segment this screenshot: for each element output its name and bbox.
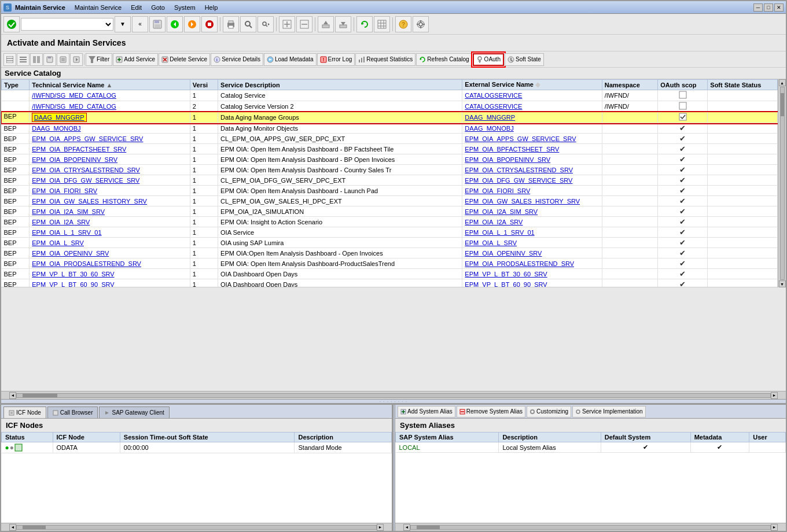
- expand-button[interactable]: [279, 16, 295, 32]
- row-name[interactable]: /IWFND/SG_MED_CATALOG: [30, 90, 190, 101]
- load-metadata-button[interactable]: Load Metadata: [264, 53, 317, 66]
- row-oauth[interactable]: ✔: [658, 269, 708, 279]
- icf-node-tab[interactable]: ICF Node: [3, 407, 46, 418]
- scroll-left-arrow[interactable]: ◄: [9, 392, 16, 399]
- refresh-catalog-button[interactable]: Refresh Catalog: [416, 53, 472, 66]
- table-row[interactable]: BEPEPM_OIA_APPS_GW_SERVICE_SRV1CL_EPM_OI…: [2, 134, 778, 144]
- row-oauth[interactable]: ✔: [658, 123, 708, 134]
- row-external[interactable]: EPM_OIA_FIORI_SRV: [462, 186, 602, 196]
- error-log-button[interactable]: ! Error Log: [317, 53, 355, 66]
- load-layout-button[interactable]: [57, 53, 69, 66]
- row-name[interactable]: EPM_OIA_BPFACTSHEET_SRV: [30, 144, 190, 154]
- sap-gateway-client-tab[interactable]: SAP Gateway Client: [99, 407, 169, 418]
- row-oauth[interactable]: ✔: [658, 134, 708, 144]
- row-name[interactable]: DAAG_MONOBJ: [30, 123, 190, 134]
- find-next-button[interactable]: [258, 16, 274, 32]
- row-external[interactable]: DAAG_MNGGRP: [462, 112, 602, 123]
- save-layout-button[interactable]: [43, 53, 56, 66]
- nav-back[interactable]: [167, 16, 183, 32]
- table-row[interactable]: BEPEPM_OIA_BPOPENINV_SRV1EPM OIA: Open I…: [2, 154, 778, 165]
- delete-service-button[interactable]: Delete Service: [159, 53, 210, 66]
- add-system-alias-button[interactable]: Add System Alias: [398, 406, 455, 418]
- grid-button[interactable]: [374, 16, 390, 32]
- minimize-button[interactable]: ─: [753, 3, 763, 12]
- row-name[interactable]: EPM_OIA_I2A_SIM_SRV: [30, 206, 190, 217]
- rp-scroll-right[interactable]: ►: [771, 524, 778, 531]
- horizontal-splitter[interactable]: · · · · · · · ·: [1, 399, 786, 404]
- row-name[interactable]: EPM_OIA_DFG_GW_SERVICE_SRV: [30, 175, 190, 186]
- row-oauth[interactable]: ✔: [658, 196, 708, 206]
- row-external[interactable]: CATALOGSERVICE: [462, 101, 602, 112]
- row-external[interactable]: CATALOGSERVICE: [462, 90, 602, 101]
- scroll-track[interactable]: [780, 87, 785, 280]
- request-statistics-button[interactable]: Request Statistics: [355, 53, 415, 66]
- row-oauth[interactable]: ✔: [658, 175, 708, 186]
- menu-help[interactable]: Help: [205, 4, 218, 11]
- row-name[interactable]: EPM_VP_L_BT_60_90_SRV: [30, 279, 190, 288]
- alias-row[interactable]: LOCAL Local System Alias ✔ ✔: [396, 442, 786, 453]
- refresh-button[interactable]: [356, 16, 373, 32]
- table-row[interactable]: BEPEPM_VP_L_BT_30_60_SRV1OIA Dashboard O…: [2, 269, 778, 279]
- row-name[interactable]: EPM_VP_L_BT_30_60_SRV: [30, 269, 190, 279]
- soft-state-button[interactable]: Soft State: [505, 53, 544, 66]
- row-oauth[interactable]: ✔: [658, 154, 708, 165]
- row-oauth[interactable]: ✔: [658, 206, 708, 217]
- save-button[interactable]: [149, 16, 166, 32]
- row-name[interactable]: EPM_OIA_BPOPENINV_SRV: [30, 154, 190, 165]
- row-name[interactable]: EPM_OIA_GW_SALES_HISTORY_SRV: [30, 196, 190, 206]
- menu-maintain[interactable]: Maintain Service: [75, 4, 122, 11]
- right-panel-hscroll[interactable]: ◄ ►: [395, 523, 786, 531]
- lp-scroll-left[interactable]: ◄: [9, 524, 16, 531]
- main-table-hscroll[interactable]: ◄ ►: [1, 391, 786, 399]
- close-button[interactable]: ✕: [774, 3, 784, 12]
- row-oauth[interactable]: ✔: [658, 165, 708, 175]
- row-name[interactable]: EPM_OIA_CTRYSALESTREND_SRV: [30, 165, 190, 175]
- filter-button[interactable]: Filter: [86, 53, 112, 66]
- table-row[interactable]: BEPEPM_OIA_I2A_SIM_SRV1EPM_OIA_I2A_SIMUL…: [2, 206, 778, 217]
- list-view-button[interactable]: [17, 53, 30, 66]
- table-row[interactable]: BEPEPM_OIA_PRODSALESTREND_SRV1EPM OIA: O…: [2, 258, 778, 269]
- row-external[interactable]: EPM_VP_L_BT_60_90_SRV: [462, 279, 602, 288]
- table-row[interactable]: BEPEPM_OIA_GW_SALES_HISTORY_SRV1CL_EPM_O…: [2, 196, 778, 206]
- table-row[interactable]: BEPEPM_OIA_I2A_SRV1EPM OIA: Insight to A…: [2, 217, 778, 227]
- print-button[interactable]: [223, 16, 239, 32]
- row-name[interactable]: /IWFND/SG_MED_CATALOG: [30, 101, 190, 112]
- h-scroll-track[interactable]: [16, 393, 771, 398]
- row-name[interactable]: EPM_OIA_FIORI_SRV: [30, 186, 190, 196]
- table-row[interactable]: /IWFND/SG_MED_CATALOG2Catalog Service Ve…: [2, 101, 778, 112]
- nav-forward[interactable]: [184, 16, 200, 32]
- check-button[interactable]: [3, 16, 20, 32]
- table-row[interactable]: /IWFND/SG_MED_CATALOG1Catalog ServiceCAT…: [2, 90, 778, 101]
- collapse-button[interactable]: [296, 16, 312, 32]
- table-row[interactable]: BEPEPM_OIA_L_SRV1OIA using SAP LumiraEPM…: [2, 238, 778, 248]
- table-row[interactable]: BEPEPM_VP_L_BT_60_90_SRV1OIA Dashboard O…: [2, 279, 778, 288]
- column-view-button[interactable]: [30, 53, 43, 66]
- table-row[interactable]: BEPEPM_OIA_L_1_SRV_011OIA ServiceEPM_OIA…: [2, 227, 778, 238]
- row-name[interactable]: EPM_OIA_I2A_SRV: [30, 217, 190, 227]
- service-details-button[interactable]: i Service Details: [211, 53, 263, 66]
- row-oauth[interactable]: ✔: [658, 279, 708, 288]
- row-name[interactable]: EPM_OIA_OPENINV_SRV: [30, 248, 190, 258]
- lp-scroll-right[interactable]: ►: [377, 524, 384, 531]
- row-name[interactable]: EPM_OIA_L_SRV: [30, 238, 190, 248]
- row-name[interactable]: EPM_OIA_PRODSALESTREND_SRV: [30, 258, 190, 269]
- call-browser-tab[interactable]: Call Browser: [47, 407, 98, 418]
- table-row[interactable]: BEPEPM_OIA_CTRYSALESTREND_SRV1EPM OIA: O…: [2, 165, 778, 175]
- table-row[interactable]: BEPDAAG_MNGGRP1Data Aging Manage GroupsD…: [2, 112, 778, 123]
- table-row[interactable]: BEPDAAG_MONOBJ1Data Aging Monitor Object…: [2, 123, 778, 134]
- menu-edit[interactable]: Edit: [131, 4, 142, 11]
- table-row[interactable]: BEPEPM_OIA_DFG_GW_SERVICE_SRV1CL_EPM_OIA…: [2, 175, 778, 186]
- grid-view-button[interactable]: [3, 53, 16, 66]
- menu-system[interactable]: System: [174, 4, 196, 11]
- oauth-button[interactable]: OAuth: [473, 53, 504, 66]
- row-external[interactable]: EPM_OIA_PRODSALESTREND_SRV: [462, 258, 602, 269]
- row-oauth[interactable]: ✔: [658, 144, 708, 154]
- scroll-right-arrow[interactable]: ►: [771, 392, 778, 399]
- main-table-vscroll[interactable]: ▲ ▼: [778, 79, 786, 287]
- table-row[interactable]: BEPEPM_OIA_FIORI_SRV1EPM OIA: Open Item …: [2, 186, 778, 196]
- help-button[interactable]: ?: [395, 16, 411, 32]
- find-button[interactable]: [240, 16, 256, 32]
- row-oauth[interactable]: [658, 90, 708, 101]
- download-button[interactable]: [335, 16, 351, 32]
- row-external[interactable]: EPM_OIA_L_SRV: [462, 238, 602, 248]
